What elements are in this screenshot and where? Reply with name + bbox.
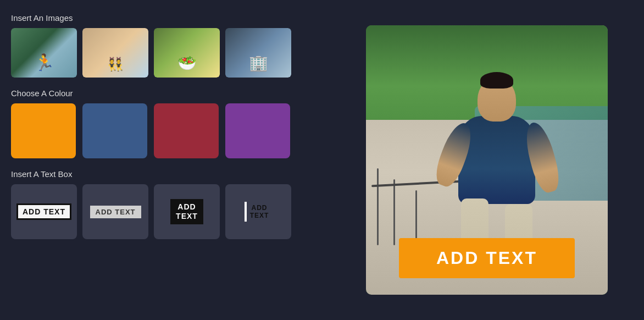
railing-post-3 [415,190,417,245]
image-building [225,28,291,78]
images-section-title: Insert An Images [11,13,319,23]
images-grid [11,28,319,78]
textbox-label-2: ADD TEXT [90,206,141,218]
image-group [82,28,148,78]
image-thumb-salad[interactable] [154,28,220,78]
colours-section: Choose A Colour [11,89,319,158]
image-thumb-building[interactable] [225,28,291,78]
textbox-label-1: ADD TEXT [16,203,71,220]
colors-grid [11,103,319,158]
color-swatch-red[interactable] [154,103,219,158]
person-head [478,78,516,122]
textbox-option-1[interactable]: ADD TEXT [11,184,77,239]
textbox-label-3: ADDTEXT [170,199,203,224]
preview-text-content: ADD TEXT [436,248,537,268]
color-swatch-purple[interactable] [225,103,290,158]
textboxes-section: Insert A Text Box ADD TEXT ADD TEXT ADDT… [11,169,319,239]
preview-person [447,78,546,248]
colours-section-title: Choose A Colour [11,89,319,98]
railing-post-1 [377,168,379,245]
preview-background: ADD TEXT [366,25,608,295]
color-swatch-blue[interactable] [82,103,147,158]
left-panel: Insert An Images Choose A Colour [0,0,330,320]
preview-canvas: ADD TEXT [366,25,608,295]
images-section: Insert An Images [11,13,319,78]
preview-text-overlay[interactable]: ADD TEXT [399,238,575,278]
image-thumb-group[interactable] [82,28,148,78]
image-runner [11,28,77,78]
textboxes-section-title: Insert A Text Box [11,169,319,179]
textbox-option-2[interactable]: ADD TEXT [82,184,148,239]
textbox-label-4: ADDTEXT [245,202,273,222]
textbox-grid: ADD TEXT ADD TEXT ADDTEXT ADDTEXT [11,184,319,239]
color-swatch-orange[interactable] [11,103,76,158]
person-hair [480,72,513,89]
image-thumb-runner[interactable] [11,28,77,78]
image-salad [154,28,220,78]
textbox-option-3[interactable]: ADDTEXT [154,184,220,239]
right-panel: ADD TEXT [330,0,644,320]
railing-post-2 [393,179,395,245]
textbox-option-4[interactable]: ADDTEXT [225,184,291,239]
